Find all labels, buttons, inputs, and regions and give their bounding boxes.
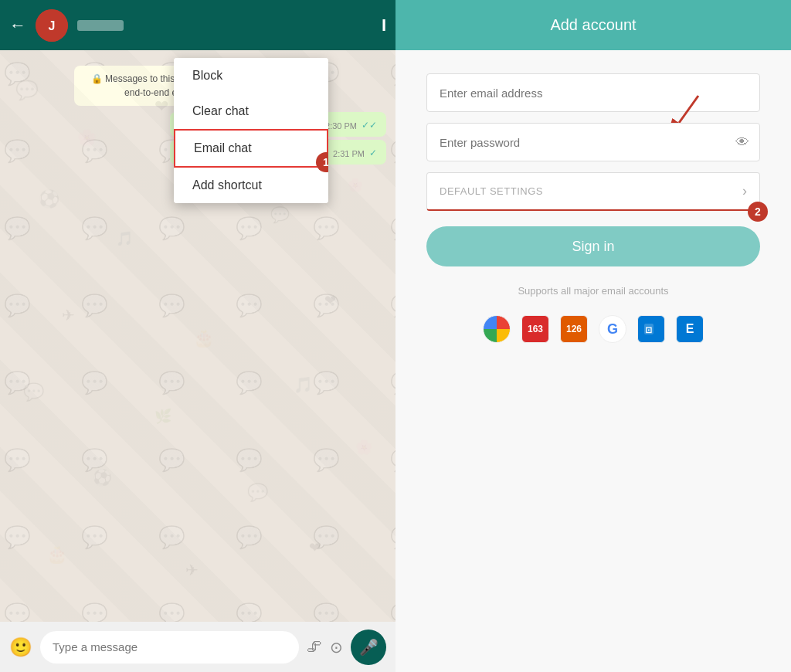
svg-text:✈: ✈: [62, 307, 75, 324]
contact-name-placeholder: [77, 20, 124, 31]
svg-text:🌸: 🌸: [348, 178, 363, 192]
mic-icon: 🎤: [359, 638, 379, 657]
svg-text:🌸: 🌸: [77, 128, 97, 147]
svg-text:🎂: 🎂: [46, 544, 68, 565]
svg-text:⊡: ⊡: [645, 325, 652, 334]
svg-text:❤: ❤: [324, 293, 336, 308]
message-time-1: 2:30 PM: [325, 121, 357, 131]
context-menu: Block Clear chat Email chat 1 Add shortc…: [174, 58, 328, 203]
provider-163[interactable]: 163: [521, 315, 549, 343]
chevron-icon: ›: [742, 183, 747, 199]
whatsapp-chat-panel: ← J I 💬 🌸 ❤ 💬 🌿 ⚽ 🎵 💬 🌸: [0, 0, 396, 672]
add-account-panel: Add account 👁: [396, 0, 791, 672]
svg-text:💬: 💬: [247, 482, 269, 503]
check-mark-1: ✓✓: [362, 120, 377, 131]
emoji-button[interactable]: 🙂: [9, 636, 32, 658]
mic-button[interactable]: 🎤: [351, 630, 386, 665]
settings-label: DEFAULT SETTINGS: [440, 185, 543, 197]
menu-item-clear-chat[interactable]: Clear chat: [174, 93, 328, 129]
avatar: J: [36, 9, 68, 42]
svg-text:✈: ✈: [185, 562, 199, 579]
account-header: Add account: [396, 0, 791, 50]
svg-text:🎵: 🎵: [116, 230, 134, 247]
provider-126[interactable]: 126: [560, 315, 588, 343]
message-time-2: 2:31 PM: [333, 149, 365, 158]
svg-text:⚽: ⚽: [93, 468, 112, 487]
svg-text:💬: 💬: [15, 79, 39, 101]
menu-item-email-chat[interactable]: Email chat 1: [174, 129, 328, 168]
provider-outlook[interactable]: ⊡: [637, 315, 665, 343]
svg-text:🎂: 🎂: [193, 328, 215, 348]
menu-item-add-shortcut[interactable]: Add shortcut: [174, 168, 328, 203]
sign-in-button[interactable]: Sign in: [426, 226, 760, 266]
chat-header: ← J I: [0, 0, 396, 50]
password-container: 👁: [426, 123, 760, 161]
provider-exchange[interactable]: E: [676, 315, 704, 343]
menu-item-block[interactable]: Block: [174, 58, 328, 93]
svg-text:❤: ❤: [309, 540, 321, 555]
svg-text:⚽: ⚽: [39, 188, 60, 209]
email-providers: 163 126 G ⊡ E: [483, 315, 704, 343]
message-input[interactable]: [40, 631, 299, 664]
svg-text:🌿: 🌿: [154, 408, 172, 425]
contact-info: [77, 20, 372, 31]
password-wrapper: 👁: [426, 123, 760, 161]
menu-icon[interactable]: I: [382, 15, 386, 36]
eye-icon[interactable]: 👁: [735, 134, 749, 151]
svg-text:💬: 💬: [23, 382, 45, 402]
svg-text:J: J: [49, 19, 56, 32]
provider-google[interactable]: G: [599, 315, 626, 343]
chat-input-bar: 🙂 🖇 ⊙ 🎤: [0, 622, 396, 672]
svg-text:💬: 💬: [270, 205, 290, 224]
account-form: 👁 DEFAULT SETTINGS › 2 Sign in Supports …: [396, 50, 791, 672]
back-button[interactable]: ←: [9, 15, 26, 36]
password-input[interactable]: [426, 123, 760, 161]
provider-opera[interactable]: [483, 315, 511, 343]
settings-container: DEFAULT SETTINGS › 2: [426, 172, 760, 211]
svg-text:🎵: 🎵: [294, 375, 313, 394]
svg-text:🌸: 🌸: [355, 439, 373, 456]
step2-badge: 2: [748, 202, 768, 222]
account-header-title: Add account: [550, 16, 636, 34]
camera-button[interactable]: ⊙: [330, 638, 343, 657]
chat-body: 💬 🌸 ❤ 💬 🌿 ⚽ 🎵 💬 🌸 ✈ 🎂 ❤ 💬 🌿 🎵 ⚽ 💬 🌸 🎂: [0, 50, 396, 622]
check-mark-2: ✓: [369, 148, 377, 158]
attach-button[interactable]: 🖇: [307, 638, 322, 656]
email-input[interactable]: [426, 73, 760, 112]
default-settings-row[interactable]: DEFAULT SETTINGS ›: [426, 172, 760, 211]
supports-text: Supports all major email accounts: [518, 285, 668, 297]
